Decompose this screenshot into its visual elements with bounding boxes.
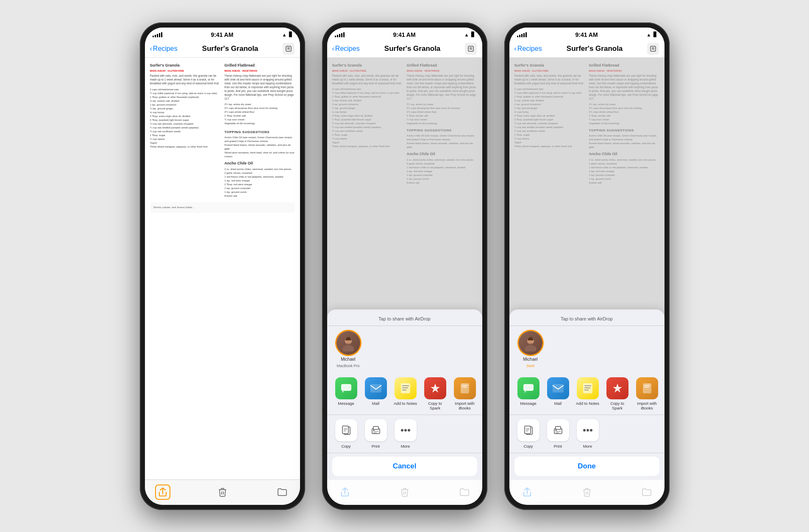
more-action-2[interactable]: More — [393, 419, 418, 448]
nav-icon-3[interactable] — [647, 43, 659, 55]
contact-name-3: Michael — [523, 357, 537, 362]
svg-point-60 — [590, 429, 592, 432]
signal-bar-3 — [157, 34, 158, 37]
shrimp-preview-1: Shrimp Lobster, and Jicama Salad... — [153, 206, 292, 209]
svg-point-30 — [404, 429, 407, 432]
share-app-message-3[interactable]: Message — [516, 377, 541, 410]
airdrop-label-3: Tap to share with AirDrop — [509, 315, 664, 326]
status-time-2: 9:41 AM — [393, 31, 415, 38]
share-app-ibooks-3[interactable]: Import with iBooks — [635, 377, 659, 410]
nav-bar-3: ‹ Recipes Surfer's Granola — [509, 40, 664, 58]
svg-rect-2 — [287, 49, 290, 50]
more-action-3[interactable]: More — [575, 419, 600, 448]
svg-rect-22 — [344, 429, 347, 430]
signal-bars-2 — [335, 32, 345, 37]
share-sheet-3: Tap to share with AirDrop — [509, 309, 664, 479]
notes-icon-2 — [395, 377, 417, 399]
share-button-3 — [520, 485, 535, 500]
share-apps-3: Message Mail — [509, 373, 664, 415]
recipe-title-ancho-1: Ancho Chile Oil — [225, 161, 295, 166]
print-action-2[interactable]: Print — [364, 419, 388, 448]
signal-bar-2 — [155, 35, 156, 37]
ibooks-label-3: Import with iBooks — [635, 401, 659, 410]
back-button-2[interactable]: ‹ Recipes — [332, 45, 360, 53]
topping-title-1: Topping Suggestions — [225, 130, 295, 134]
phone-1: 9:41 AM ▲ ▊ ‹ Recipes Surfer's Granola — [140, 22, 305, 510]
recipe-desc-1: Packed with oats, nuts, and seeds, this … — [150, 74, 220, 85]
signal-bar-5 — [161, 32, 162, 37]
copy-action-label-3: Copy — [523, 444, 533, 448]
cancel-button-2[interactable]: Cancel — [332, 457, 477, 476]
share-app-spark-3[interactable]: Copy to Spark — [605, 377, 630, 410]
share-app-mail-2[interactable]: Mail — [364, 377, 388, 410]
mail-label-2: Mail — [372, 401, 379, 406]
mail-icon-2 — [365, 377, 387, 399]
svg-rect-21 — [344, 428, 347, 429]
recipe-badge-1: MAKE AHEAD · GLUTEN-FREE — [150, 70, 220, 73]
mail-icon-3 — [547, 377, 569, 399]
delete-button-2 — [397, 485, 412, 500]
svg-rect-51 — [526, 429, 529, 430]
svg-rect-34 — [652, 49, 654, 50]
phone-3-screen: 9:41 AM ▲ ▊ ‹ Recipes Surfer's Granola — [509, 28, 664, 505]
wifi-icon-2: ▲ — [464, 32, 469, 37]
svg-rect-46 — [644, 385, 650, 386]
svg-point-59 — [587, 429, 589, 432]
bottom-toolbar-3 — [509, 479, 664, 505]
nav-bar-2: ‹ Recipes Surfer's Granola — [327, 40, 482, 58]
back-label-1: Recipes — [153, 45, 178, 53]
svg-rect-18 — [462, 387, 467, 387]
share-actions-3: Copy — [509, 415, 664, 453]
svg-rect-27 — [373, 426, 378, 429]
delete-button-3 — [579, 485, 595, 500]
nav-icon-1[interactable] — [283, 43, 295, 55]
back-button-1[interactable]: ‹ Recipes — [150, 45, 178, 53]
copy-action-2[interactable]: Copy — [334, 419, 359, 448]
recipe-col-right-1: Grilled Flatbread MAKE AHEAD · VEGETARIA… — [225, 63, 295, 198]
share-button-1[interactable] — [155, 485, 170, 500]
ibooks-icon-2 — [454, 377, 476, 399]
back-label-2: Recipes — [335, 45, 360, 53]
airdrop-contacts-3: Michael Sent — [509, 326, 664, 373]
nav-icon-2[interactable] — [465, 43, 477, 55]
contact-michael-2[interactable]: Michael MacBook Pro — [336, 331, 361, 368]
svg-rect-43 — [584, 387, 590, 388]
signal-bars-1 — [153, 32, 162, 37]
status-icons-3: ▲ ▊ — [647, 32, 657, 37]
delete-button-1[interactable] — [215, 485, 230, 500]
print-action-label-2: Print — [372, 444, 380, 448]
more-action-icon-2 — [395, 419, 417, 441]
nav-bar-1: ‹ Recipes Surfer's Granola — [145, 40, 300, 58]
status-time-1: 9:41 AM — [211, 31, 233, 38]
svg-rect-52 — [526, 431, 528, 432]
share-app-notes-3[interactable]: Add to Notes — [575, 377, 600, 410]
spark-label-3: Copy to Spark — [605, 401, 630, 410]
airdrop-contacts-2: Michael MacBook Pro — [327, 326, 482, 373]
contact-michael-3[interactable]: Michael Sent — [518, 331, 543, 368]
phone-2-screen: 9:41 AM ▲ ▊ ‹ Recipes Surfer's Granola — [327, 28, 482, 505]
folder-button-1[interactable] — [275, 485, 290, 500]
recipe-badge-right-1: MAKE AHEAD · VEGETARIAN — [225, 70, 295, 73]
wifi-icon-1: ▲ — [282, 32, 287, 37]
done-button-3[interactable]: Done — [514, 457, 659, 476]
ancho-ingredients-1: 2 cc. dried ancho chiles, stemmed, seede… — [225, 167, 295, 198]
spark-label-2: Copy to Spark — [423, 401, 448, 410]
copy-action-label-2: Copy — [341, 444, 350, 448]
svg-point-36 — [525, 345, 537, 351]
chevron-left-icon-2: ‹ — [332, 45, 334, 53]
share-app-message-2[interactable]: Message — [334, 377, 359, 410]
share-app-ibooks-2[interactable]: Import with iBooks — [453, 377, 477, 410]
share-app-spark-2[interactable]: Copy to Spark — [423, 377, 448, 410]
message-label-2: Message — [338, 401, 354, 406]
share-app-notes-2[interactable]: Add to Notes — [393, 377, 418, 410]
print-action-3[interactable]: Print — [546, 419, 570, 448]
svg-point-57 — [555, 429, 556, 431]
contact-device-2: MacBook Pro — [336, 364, 359, 368]
signal-bars-3 — [517, 32, 527, 37]
signal-bar-4 — [159, 33, 160, 37]
back-button-3[interactable]: ‹ Recipes — [514, 45, 542, 53]
copy-action-3[interactable]: Copy — [516, 419, 541, 448]
avatar-face-3 — [519, 331, 542, 355]
share-app-mail-3[interactable]: Mail — [546, 377, 570, 410]
svg-rect-26 — [373, 432, 377, 433]
